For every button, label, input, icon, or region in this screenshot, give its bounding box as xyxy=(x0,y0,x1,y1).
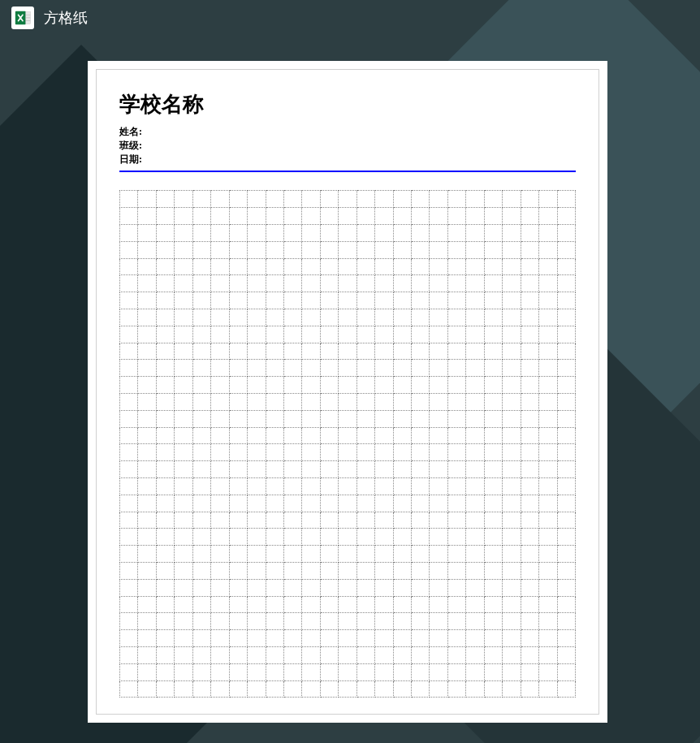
grid-cell xyxy=(393,477,411,495)
grid-cell xyxy=(248,224,266,241)
grid-cell xyxy=(320,275,338,292)
grid-cell xyxy=(375,663,393,680)
grid-cell xyxy=(283,258,301,275)
grid-cell xyxy=(302,663,320,680)
grid-cell xyxy=(466,275,484,292)
grid-cell xyxy=(211,546,229,563)
grid-cell xyxy=(266,495,283,512)
grid-cell xyxy=(503,275,521,292)
grid-cell xyxy=(302,613,320,630)
grid-cell xyxy=(539,292,557,309)
grid-cell xyxy=(356,377,374,394)
grid-cell xyxy=(521,630,538,647)
grid-cell xyxy=(120,241,138,258)
grid-cell xyxy=(248,529,266,546)
grid-cell xyxy=(192,292,210,309)
grid-cell xyxy=(466,613,484,630)
grid-cell xyxy=(283,191,301,208)
grid-cell xyxy=(248,596,266,613)
grid-cell xyxy=(120,360,138,377)
grid-cell xyxy=(393,495,411,512)
grid-cell xyxy=(412,208,430,225)
grid-cell xyxy=(283,663,301,680)
grid-cell xyxy=(339,596,356,613)
grid-cell xyxy=(283,393,301,410)
grid-cell xyxy=(266,343,283,360)
grid-cell xyxy=(447,613,465,630)
grid-cell xyxy=(120,495,138,512)
grid-cell xyxy=(211,224,229,241)
grid-cell xyxy=(484,410,502,427)
grid-cell xyxy=(412,191,430,208)
grid-cell xyxy=(211,292,229,309)
grid-cell xyxy=(503,343,521,360)
grid-cell xyxy=(356,546,374,563)
grid-cell xyxy=(521,427,538,444)
grid-cell xyxy=(248,309,266,326)
grid-cell xyxy=(484,562,502,579)
grid-cell xyxy=(248,663,266,680)
grid-cell xyxy=(503,680,521,698)
grid-cell xyxy=(120,444,138,461)
grid-cell xyxy=(356,326,374,343)
grid-cell xyxy=(430,208,447,225)
grid-cell xyxy=(156,360,174,377)
grid-cell xyxy=(283,646,301,663)
grid-cell xyxy=(192,377,210,394)
grid-cell xyxy=(302,529,320,546)
grid-cell xyxy=(521,360,538,377)
grid-cell xyxy=(466,224,484,241)
grid-cell xyxy=(430,461,447,478)
grid-cell xyxy=(156,241,174,258)
grid-cell xyxy=(430,630,447,647)
grid-cell xyxy=(120,208,138,225)
grid-cell xyxy=(393,596,411,613)
grid-cell xyxy=(339,646,356,663)
grid-cell xyxy=(375,461,393,478)
grid-cell xyxy=(503,427,521,444)
grid-cell xyxy=(447,326,465,343)
grid-cell xyxy=(192,208,210,225)
grid-cell xyxy=(466,393,484,410)
grid-cell xyxy=(356,393,374,410)
grid-cell xyxy=(412,579,430,596)
grid-cell xyxy=(175,579,192,596)
grid-cell xyxy=(175,275,192,292)
grid-cell xyxy=(393,512,411,529)
svg-rect-2 xyxy=(26,15,30,18)
grid-cell xyxy=(412,258,430,275)
grid-cell xyxy=(229,427,247,444)
grid-cell xyxy=(356,241,374,258)
grid-cell xyxy=(192,546,210,563)
grid-cell xyxy=(393,275,411,292)
grid-cell xyxy=(466,360,484,377)
grid-cell xyxy=(302,208,320,225)
grid-cell xyxy=(503,444,521,461)
grid-cell xyxy=(229,646,247,663)
grid-cell xyxy=(138,646,156,663)
grid-cell xyxy=(339,444,356,461)
grid-cell xyxy=(248,646,266,663)
grid-cell xyxy=(175,191,192,208)
grid-cell xyxy=(138,377,156,394)
grid-cell xyxy=(211,258,229,275)
grid-cell xyxy=(320,377,338,394)
grid-cell xyxy=(539,309,557,326)
grid-cell xyxy=(156,596,174,613)
grid-cell xyxy=(430,546,447,563)
grid-cell xyxy=(229,275,247,292)
grid-cell xyxy=(266,208,283,225)
grid-cell xyxy=(375,613,393,630)
grid-cell xyxy=(192,309,210,326)
grid-cell xyxy=(393,360,411,377)
grid-cell xyxy=(503,360,521,377)
grid-cell xyxy=(503,546,521,563)
grid-cell xyxy=(302,326,320,343)
grid-cell xyxy=(266,630,283,647)
grid-cell xyxy=(248,461,266,478)
grid-cell xyxy=(393,444,411,461)
grid-cell xyxy=(503,393,521,410)
grid-cell xyxy=(156,393,174,410)
grid-cell xyxy=(557,461,576,478)
grid-cell xyxy=(521,224,538,241)
